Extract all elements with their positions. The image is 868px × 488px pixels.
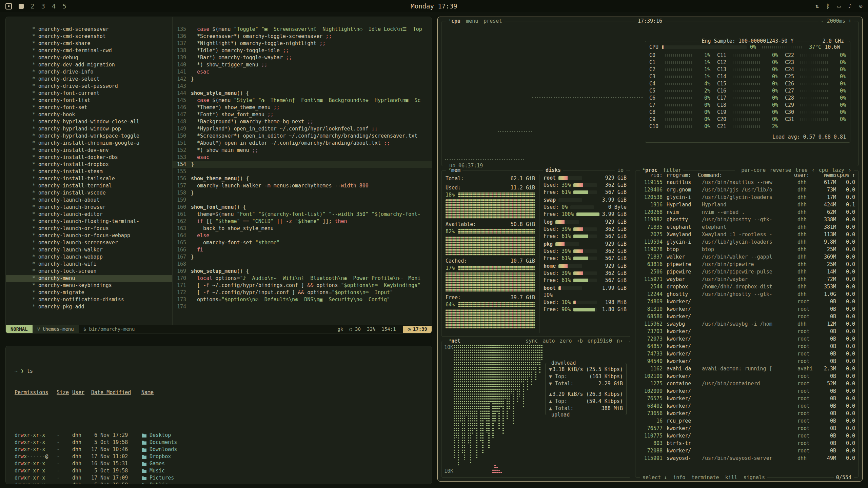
process-row[interactable]: 16 rcu_pree root 0B 0.0: [635, 417, 859, 425]
file-item[interactable]: *omarchy-drive-info: [6, 68, 172, 76]
workspace-number[interactable]: 5: [62, 2, 66, 10]
menu-button[interactable]: menu: [466, 18, 478, 25]
proc-option-button[interactable]: cpu: [819, 167, 828, 173]
iface-prev-button[interactable]: ‹b: [577, 338, 583, 345]
proc-option-button[interactable]: tree: [795, 167, 808, 173]
power-icon[interactable]: ⊙: [859, 3, 863, 10]
file-item[interactable]: *omarchy-launch-or-focus-webapp: [6, 232, 172, 239]
process-row[interactable]: 63816 pipewire /usr/bin/pipewire dhh 25M…: [635, 261, 859, 268]
volume-icon[interactable]: ♪: [848, 3, 852, 10]
process-row[interactable]: 76577 kworker/ root 0B 0.0: [635, 425, 859, 432]
workspace-active-indicator[interactable]: [19, 4, 24, 9]
process-row[interactable]: 1916 Hyprland Hyprland dhh 424M 0.1: [635, 201, 859, 208]
file-item[interactable]: *omarchy-drive-set-password: [6, 83, 172, 90]
file-item[interactable]: *omarchy-install-steam: [6, 168, 172, 175]
editor-window[interactable]: *omarchy-cmd-screensaver*omarchy-cmd-scr…: [5, 17, 432, 333]
process-row[interactable]: 120268 nvim nvim --embed . dhh 62M 0.0: [635, 208, 859, 216]
process-row[interactable]: 2544 dropbox /home/dhh/.dropbox-dist dhh…: [635, 283, 859, 290]
proc-footer-button[interactable]: select ↓: [643, 474, 667, 481]
process-row[interactable]: 1162 avahi-da avahi-daemon: running [ av…: [635, 365, 859, 372]
proc-option-button[interactable]: lazy: [832, 167, 844, 173]
file-item[interactable]: *omarchy-install-vscode: [6, 189, 172, 197]
file-item[interactable]: *omarchy-launch-browser: [6, 204, 172, 211]
process-row[interactable]: 76575 kworker/ root 0B 0.0: [635, 395, 859, 402]
process-row[interactable]: 1275 containe /usr/bin/containerd root 5…: [635, 380, 859, 387]
file-item[interactable]: *omarchy-cmd-terminal-cwd: [6, 47, 172, 54]
file-item[interactable]: *omarchy-debug: [6, 54, 172, 61]
process-row[interactable]: 119594 glycin-i /usr/lib/glycin-loaders …: [635, 238, 859, 246]
file-item[interactable]: *omarchy-font-current: [6, 90, 172, 97]
btop-window[interactable]: ¹cpu menu preset 17:39:16 - 2000ms + Eng…: [437, 17, 863, 482]
file-item[interactable]: *omarchy-migrate: [6, 289, 172, 296]
file-item[interactable]: *omarchy-install-chromium-google-a: [6, 140, 172, 147]
auto-button[interactable]: auto: [542, 338, 555, 345]
process-row[interactable]: 94540 kworker/ root 0B 0.0: [635, 358, 859, 365]
terminal-window[interactable]: ~❯ls Permissions Size User Date Modified…: [5, 346, 432, 484]
workspace-number[interactable]: 2: [31, 2, 34, 10]
filter-button[interactable]: filter: [663, 167, 681, 174]
process-row[interactable]: 72088 kworker/ root 0B 0.0: [635, 447, 859, 454]
file-item[interactable]: *omarchy-font-list: [6, 97, 172, 104]
workspace-number[interactable]: 3: [41, 2, 45, 10]
file-item[interactable]: *omarchy-menu-keybindings: [6, 282, 172, 289]
network-icon[interactable]: ⇅: [815, 3, 819, 10]
proc-footer-button[interactable]: terminate: [691, 474, 719, 481]
file-item[interactable]: *omarchy-hyprland-workspace-toggle: [6, 133, 172, 140]
file-item[interactable]: *omarchy-hyprland-window-pop: [6, 125, 172, 133]
process-row[interactable]: 119982 ghostty /usr/bin/ghostty --gtk- d…: [635, 216, 859, 223]
process-row[interactable]: 64857 kworker/ root 0B 0.0: [635, 343, 859, 350]
file-item[interactable]: *omarchy-launch-or-focus: [6, 225, 172, 232]
file-item[interactable]: *omarchy-pkg-add: [6, 303, 172, 310]
file-item[interactable]: *omarchy-cmd-screensaver: [6, 26, 172, 33]
process-row[interactable]: 73656 kworker/ root 0B 0.0: [635, 410, 859, 417]
file-item[interactable]: *omarchy-install-dev-env: [6, 147, 172, 154]
file-item[interactable]: *omarchy-install-terminal: [6, 182, 172, 189]
process-row[interactable]: 2075 Xwayland Xwayland :1 -rootless - dh…: [635, 231, 859, 238]
process-row[interactable]: 72073 kworker/ root 0B 0.0: [635, 335, 859, 343]
file-item[interactable]: *omarchy-install-docker-dbs: [6, 154, 172, 161]
file-item[interactable]: *omarchy-menu: [6, 275, 172, 282]
file-item[interactable]: *omarchy-hyprland-window-close-all: [6, 118, 172, 125]
file-item[interactable]: *omarchy-notification-dismiss: [6, 296, 172, 303]
file-item[interactable]: *omarchy-launch-screensaver: [6, 239, 172, 246]
file-item[interactable]: *omarchy-drive-select: [6, 76, 172, 83]
process-row[interactable]: 71837 walker /usr/bin/walker --gappl dhh…: [635, 253, 859, 261]
process-row[interactable]: 115962 swaybg /usr/bin/swaybg -i /hom dh…: [635, 320, 859, 328]
process-row[interactable]: 2506 pipewire /usr/bin/pipewire-pulse dh…: [635, 268, 859, 276]
file-item[interactable]: *omarchy-launch-webapp: [6, 253, 172, 261]
process-row[interactable]: 74733 kworker/ root 0B 0.0: [635, 350, 859, 358]
interval-decrease-button[interactable]: -: [821, 18, 824, 24]
file-item[interactable]: *omarchy-install-tailscale: [6, 175, 172, 182]
process-row[interactable]: 110775 kworker/ root 0B 0.0: [635, 432, 859, 440]
process-row[interactable]: 115971 waybar /usr/bin/waybar dhh 72M 0.…: [635, 276, 859, 283]
sync-button[interactable]: sync: [526, 338, 538, 345]
proc-option-button[interactable]: ›: [848, 167, 851, 173]
zero-button[interactable]: zero: [560, 338, 572, 345]
file-item[interactable]: *omarchy-lock-screen: [6, 268, 172, 275]
preset-button[interactable]: preset: [484, 18, 502, 25]
file-item[interactable]: *omarchy-hook: [6, 111, 172, 118]
process-row[interactable]: 73703 kworker/ root 0B 0.0: [635, 328, 859, 335]
process-row[interactable]: 12244 ghostty /usr/bin/ghostty --gtk- dh…: [635, 290, 859, 298]
process-row[interactable]: 120538 glycin-i /usr/lib/glycin-loaders …: [635, 194, 859, 201]
workspace-number[interactable]: 4: [52, 2, 56, 10]
iface-next-button[interactable]: n›: [617, 338, 623, 345]
process-row[interactable]: 81310 kworker/ root 0B 0.0: [635, 305, 859, 313]
process-row[interactable]: 119155 nautilus /usr/bin/nautilus --new …: [635, 179, 859, 186]
proc-footer-button[interactable]: info: [673, 474, 685, 481]
process-row[interactable]: 68586 kworker/ root 0B 0.0: [635, 313, 859, 320]
file-item[interactable]: *omarchy-launch-wifi: [6, 261, 172, 268]
process-row[interactable]: 115991 swayosd- /usr/bin/swayosd-server …: [635, 454, 859, 462]
bluetooth-icon[interactable]: ᛒ: [826, 3, 830, 10]
code-editor[interactable]: 135 case $(menu "Toggle" "▣ Screensaver\…: [173, 17, 432, 325]
file-item[interactable]: *omarchy-font-set: [6, 104, 172, 111]
process-row[interactable]: 74869 kworker/ root 0B 0.0: [635, 298, 859, 305]
proc-option-button[interactable]: per-core: [741, 167, 766, 173]
process-row[interactable]: 120406 org.gnom /usr/bin/gjs /usr/lib/o …: [635, 186, 859, 194]
proc-footer-button[interactable]: signals: [744, 474, 765, 481]
file-item[interactable]: *omarchy-dev-add-migration: [6, 61, 172, 68]
io-toggle-button[interactable]: io: [615, 167, 626, 174]
file-item[interactable]: *omarchy-cmd-share: [6, 40, 172, 47]
process-row[interactable]: 102099 kworker/ root 0B 0.0: [635, 387, 859, 395]
file-item[interactable]: *omarchy-launch-walker: [6, 246, 172, 253]
